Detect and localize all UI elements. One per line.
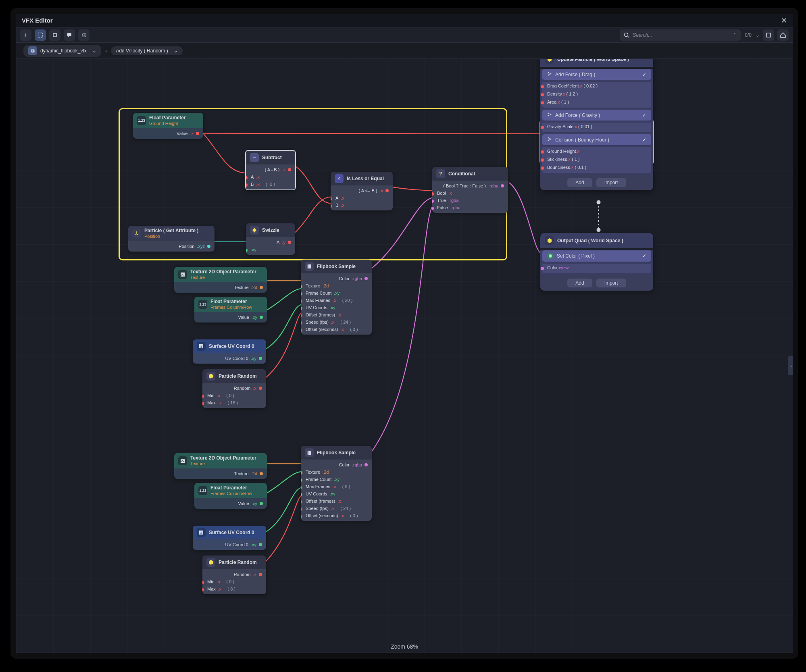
svg-point-2 <box>625 33 628 36</box>
float-icon: 1.23 <box>198 486 207 495</box>
window-title: VFX Editor <box>22 17 53 24</box>
add-button[interactable]: Add <box>567 178 592 187</box>
svg-point-16 <box>308 267 308 268</box>
editor-window: VFX Editor ✕ + ⊕ Search... ⌃ 0/0 ⌄ <box>10 8 798 659</box>
node-particle-random-1[interactable]: Particle Random Random.x Min.x ( 0 ) Max… <box>202 369 266 408</box>
svg-marker-20 <box>209 560 213 565</box>
select-mode-button[interactable] <box>35 29 46 41</box>
quad-icon <box>545 236 554 245</box>
node-particle-get-attribute[interactable]: Particle ( Get Attribute ) Position Posi… <box>128 226 215 252</box>
node-texture-param-2[interactable]: Texture 2D Object Parameter Texture Text… <box>174 453 267 479</box>
node-float-framecol-1[interactable]: 1.23 Float Parameter Frames Column/Row V… <box>194 297 267 322</box>
check-icon: ✓ <box>642 72 646 77</box>
svg-line-3 <box>628 36 629 37</box>
titlebar: VFX Editor ✕ <box>16 14 793 27</box>
breadcrumb-asset[interactable]: dynamic_flipbook_vfx ⌄ <box>23 45 101 57</box>
check-icon: ✓ <box>642 137 646 143</box>
block-add-force-drag[interactable]: Add Force ( Drag ) ✓ <box>542 69 651 80</box>
svg-point-6 <box>596 200 600 204</box>
chevron-right-icon: › <box>105 48 107 54</box>
node-subtract[interactable]: − Subtract ( A - B ).x A.x B.x ( -2 ) <box>245 150 296 190</box>
canvas[interactable]: 1.23 Float Parameter Ground Height Value… <box>16 59 793 653</box>
conditional-icon: ? <box>436 169 445 178</box>
node-particle-random-2[interactable]: Particle Random Random.x Min.x ( 0 ) Max… <box>202 555 266 594</box>
svg-marker-11 <box>209 374 213 379</box>
breadcrumb: dynamic_flipbook_vfx ⌄ › Add Velocity ( … <box>16 43 793 59</box>
share-icon <box>547 137 552 143</box>
add-button[interactable]: + <box>20 29 31 41</box>
chevron-down-icon: ⌄ <box>92 48 96 54</box>
globe-icon <box>28 46 37 55</box>
block-collision-bouncy[interactable]: Collision ( Bouncy Floor ) ✓ <box>542 134 651 145</box>
search-placeholder: Search... <box>633 32 652 38</box>
check-icon: ✓ <box>642 253 646 259</box>
import-button[interactable]: Import <box>596 279 626 287</box>
import-button[interactable]: Import <box>596 178 626 187</box>
node-float-ground-height[interactable]: 1.23 Float Parameter Ground Height Value… <box>133 113 203 139</box>
home-button[interactable] <box>777 29 789 41</box>
uv-icon: 0 <box>197 342 206 351</box>
svg-rect-0 <box>38 33 43 37</box>
node-swizzle[interactable]: Swizzle A.y .xy <box>246 223 295 255</box>
texture-icon <box>178 456 187 465</box>
comment-button[interactable] <box>64 29 75 41</box>
random-icon <box>206 558 215 567</box>
float-icon: 1.23 <box>198 300 207 309</box>
svg-point-15 <box>308 266 308 266</box>
search-icon <box>624 32 629 38</box>
node-surface-uv-2[interactable]: 0 Surface UV Coord 0 UV Coord 0.xy <box>193 526 266 550</box>
zoom-level: Zoom 68% <box>391 643 418 650</box>
fit-button[interactable] <box>763 29 774 41</box>
block-add-force-gravity[interactable]: Add Force ( Gravity ) ✓ <box>542 110 651 121</box>
breadcrumb-node[interactable]: Add Velocity ( Random ) ⌄ <box>111 46 182 55</box>
random-icon <box>206 372 215 381</box>
svg-point-14 <box>308 265 308 265</box>
node-is-less-or-equal[interactable]: ≤ Is Less or Equal ( A <= B ).x A.x B.x <box>331 172 393 210</box>
toolbar: + ⊕ Search... ⌃ 0/0 ⌄ <box>16 27 793 43</box>
node-surface-uv-1[interactable]: 0 Surface UV Coord 0 UV Coord 0.xy <box>193 339 266 364</box>
node-flipbook-sample-1[interactable]: Flipbook Sample Color.rgba Texture.2d Fr… <box>301 260 372 335</box>
leq-icon: ≤ <box>335 174 344 183</box>
node-conditional[interactable]: ? Conditional ( Bool ? True : False ).rg… <box>432 167 508 213</box>
color-icon <box>547 253 554 259</box>
svg-marker-33 <box>548 238 552 243</box>
flipbook-icon <box>305 262 314 271</box>
context-update-particle[interactable]: Update Particle ( World Space ) Add Forc… <box>540 59 653 190</box>
node-flipbook-sample-2[interactable]: Flipbook Sample Color.rgba Texture.2d Fr… <box>301 446 372 521</box>
share-icon <box>547 112 552 118</box>
drag-mode-button[interactable] <box>49 29 60 41</box>
uv-icon: 0 <box>197 528 206 537</box>
add-circle-button[interactable]: ⊕ <box>78 29 90 41</box>
svg-rect-22 <box>307 451 308 455</box>
node-float-framecol-2[interactable]: 1.23 Float Parameter Frames Column/Row V… <box>194 483 267 509</box>
search-counter: 0/0 <box>745 32 752 38</box>
search-input[interactable]: Search... ⌃ <box>620 29 741 41</box>
context-output-quad[interactable]: Output Quad ( World Space ) Set Color ( … <box>540 233 653 291</box>
flipbook-icon <box>305 448 314 457</box>
attribute-icon <box>132 229 141 238</box>
block-set-color[interactable]: Set Color ( Pixel ) ✓ <box>542 250 651 262</box>
share-icon <box>547 71 552 77</box>
check-icon: ✓ <box>642 112 646 118</box>
svg-point-7 <box>596 228 600 232</box>
swizzle-icon <box>250 226 259 235</box>
particle-icon <box>545 59 554 64</box>
svg-rect-1 <box>53 33 56 37</box>
svg-marker-23 <box>548 59 552 62</box>
node-texture-param-1[interactable]: Texture 2D Object Parameter Texture Text… <box>174 267 267 293</box>
subtract-icon: − <box>250 153 259 162</box>
texture-icon <box>178 270 187 279</box>
svg-point-34 <box>549 254 552 258</box>
side-panel-toggle[interactable]: ‹ <box>788 356 793 375</box>
svg-rect-4 <box>766 33 771 37</box>
chevron-down-icon: ⌄ <box>174 48 178 54</box>
add-button[interactable]: Add <box>567 279 592 287</box>
float-icon: 1.23 <box>137 116 146 125</box>
close-icon[interactable]: ✕ <box>781 16 787 25</box>
